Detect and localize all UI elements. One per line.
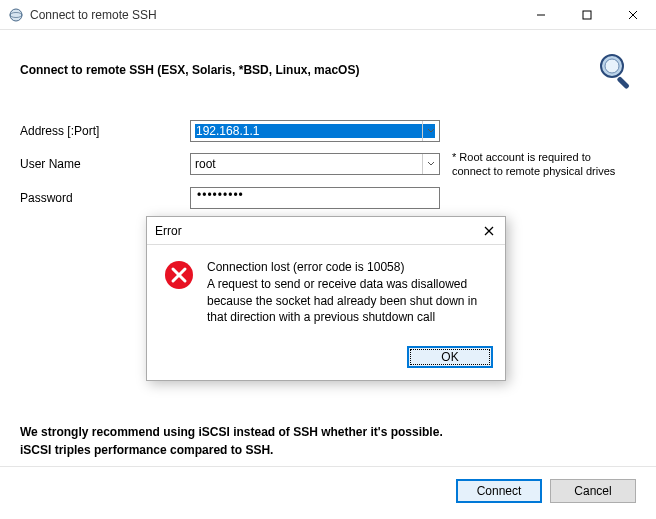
chevron-down-icon[interactable] — [422, 154, 439, 174]
password-input[interactable]: ••••••••• — [190, 187, 440, 209]
app-icon — [8, 7, 24, 23]
address-row: Address [:Port] 192.168.1.1 — [20, 120, 636, 142]
svg-point-0 — [10, 9, 22, 21]
password-row: Password ••••••••• — [20, 187, 636, 209]
svg-point-7 — [605, 59, 619, 73]
error-line1: Connection lost (error code is 10058) — [207, 259, 489, 276]
window-title: Connect to remote SSH — [30, 8, 518, 22]
minimize-button[interactable] — [518, 0, 564, 30]
error-footer: OK — [147, 338, 505, 380]
svg-rect-8 — [616, 76, 629, 89]
dialog-buttons: Connect Cancel — [456, 479, 636, 503]
username-value: root — [195, 157, 435, 171]
error-body: Connection lost (error code is 10058) A … — [147, 245, 505, 338]
error-title: Error — [155, 224, 182, 238]
content-area: Connect to remote SSH (ESX, Solaris, *BS… — [0, 30, 656, 519]
connect-button[interactable]: Connect — [456, 479, 542, 503]
password-label: Password — [20, 191, 190, 205]
error-message: Connection lost (error code is 10058) A … — [207, 259, 489, 326]
header-row: Connect to remote SSH (ESX, Solaris, *BS… — [20, 50, 636, 90]
address-value: 192.168.1.1 — [195, 124, 435, 138]
username-hint: * Root account is required to connect to… — [452, 150, 622, 179]
footer-separator — [0, 466, 656, 467]
cancel-button[interactable]: Cancel — [550, 479, 636, 503]
ok-button[interactable]: OK — [407, 346, 493, 368]
password-value: ••••••••• — [197, 188, 244, 202]
close-button[interactable] — [610, 0, 656, 30]
error-rest: A request to send or receive data was di… — [207, 276, 489, 326]
username-row: User Name root * Root account is require… — [20, 150, 636, 179]
error-dialog: Error Connection lost (error code is 100… — [146, 216, 506, 381]
username-combobox[interactable]: root — [190, 153, 440, 175]
recommend-line1: We strongly recommend using iSCSI instea… — [20, 423, 443, 441]
address-combobox[interactable]: 192.168.1.1 — [190, 120, 440, 142]
svg-rect-3 — [583, 11, 591, 19]
address-label: Address [:Port] — [20, 124, 190, 138]
chevron-down-icon[interactable] — [422, 121, 439, 141]
close-icon[interactable] — [481, 223, 497, 239]
maximize-button[interactable] — [564, 0, 610, 30]
window-controls — [518, 0, 656, 30]
recommendation-text: We strongly recommend using iSCSI instea… — [20, 423, 443, 459]
error-icon — [163, 259, 195, 291]
error-titlebar: Error — [147, 217, 505, 245]
recommend-line2: iSCSI triples performance compared to SS… — [20, 441, 443, 459]
titlebar: Connect to remote SSH — [0, 0, 656, 30]
username-label: User Name — [20, 157, 190, 171]
page-heading: Connect to remote SSH (ESX, Solaris, *BS… — [20, 63, 359, 77]
magnifier-icon — [596, 50, 636, 90]
